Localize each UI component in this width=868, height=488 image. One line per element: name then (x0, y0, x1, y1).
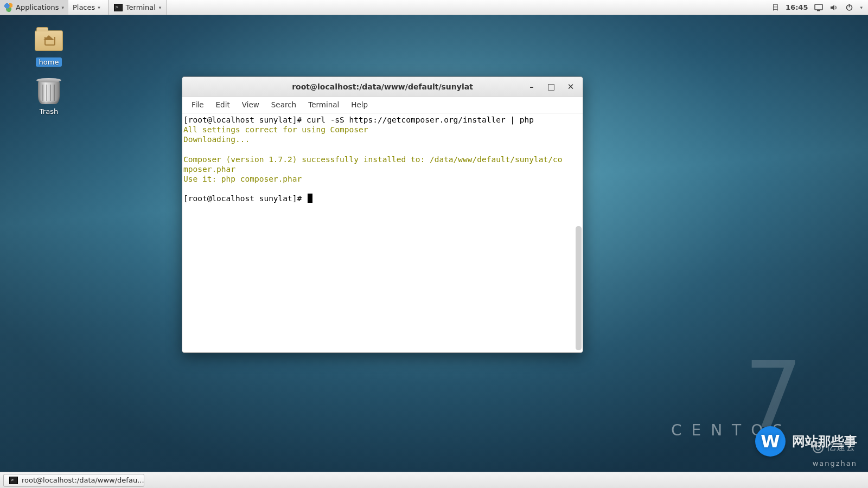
watermark-subtext: wangzhan (813, 459, 857, 467)
clock-day[interactable]: 日 (772, 3, 779, 12)
terminal-window: root@localhost:/data/www/default/sunylat… (182, 76, 583, 353)
menu-terminal[interactable]: Terminal (303, 98, 344, 111)
watermark-badge-icon: W (755, 426, 786, 457)
terminal-menubar: File Edit View Search Terminal Help (182, 97, 583, 113)
window-titlebar[interactable]: root@localhost:/data/www/default/sunylat… (182, 77, 583, 97)
taskbar-entry-label: root@localhost:/data/www/defau... (22, 476, 144, 484)
svg-rect-1 (817, 10, 820, 11)
yiyun-logo-icon (813, 442, 824, 453)
chevron-down-icon: ▾ (860, 5, 863, 10)
yiyun-watermark: 亿速云 (813, 442, 856, 453)
terminal-scrollbar[interactable] (576, 226, 582, 350)
bottom-taskbar: root@localhost:/data/www/defau... (0, 472, 868, 488)
terminal-output[interactable]: [root@localhost sunylat]# curl -sS https… (182, 113, 583, 352)
trash-icon (30, 80, 68, 105)
menu-help[interactable]: Help (346, 98, 373, 111)
close-button[interactable]: ✕ (565, 82, 576, 92)
term-prompt: [root@localhost sunylat]# (183, 115, 307, 124)
desktop-icon-label: Trash (40, 107, 58, 115)
svg-rect-3 (849, 4, 850, 8)
top-menu-bar: Applications ▾ Places ▾ Terminal ▾ 日 16:… (0, 0, 868, 15)
desktop-icon-label: home (36, 57, 62, 67)
terminal-icon (9, 477, 18, 484)
term-cmd: curl -sS https://getcomposer.org/install… (307, 115, 534, 124)
chevron-down-icon: ▾ (98, 5, 100, 10)
maximize-button[interactable]: □ (546, 82, 557, 92)
volume-icon[interactable] (829, 3, 838, 12)
svg-rect-0 (815, 4, 822, 10)
menu-view[interactable]: View (237, 98, 264, 111)
system-tray: 日 16:45 ▾ (767, 0, 868, 15)
yiyun-text: 亿速云 (827, 442, 856, 453)
term-prompt: [root@localhost sunylat]# (183, 194, 307, 203)
term-line: All settings correct for using Composer (183, 125, 368, 134)
desktop-icon-home[interactable]: home (24, 28, 73, 67)
desktop: Applications ▾ Places ▾ Terminal ▾ 日 16:… (0, 0, 868, 488)
term-line: mposer.phar (183, 165, 235, 174)
term-line: Composer (version 1.7.2) successfully in… (183, 155, 562, 164)
applications-menu-label: Applications (16, 3, 59, 11)
places-menu-label: Places (73, 3, 95, 11)
minimize-button[interactable]: – (526, 82, 537, 92)
desktop-icon-trash[interactable]: Trash (24, 80, 73, 115)
terminal-cursor (308, 194, 312, 203)
chevron-down-icon: ▾ (61, 5, 64, 10)
topbar-running-app[interactable]: Terminal ▾ (108, 0, 167, 15)
clock-time[interactable]: 16:45 (786, 3, 808, 11)
menu-search[interactable]: Search (266, 98, 301, 111)
screen-icon[interactable] (814, 3, 823, 12)
chevron-down-icon: ▾ (159, 5, 162, 10)
menu-edit[interactable]: Edit (211, 98, 235, 111)
taskbar-entry-terminal[interactable]: root@localhost:/data/www/defau... (3, 474, 144, 487)
menu-file[interactable]: File (187, 98, 209, 111)
home-folder-icon (30, 30, 68, 55)
places-menu[interactable]: Places ▾ (68, 0, 105, 15)
term-line: Downloading... (183, 135, 250, 144)
window-title: root@localhost:/data/www/default/sunylat (292, 82, 473, 91)
term-line: Use it: php composer.phar (183, 175, 302, 183)
terminal-icon (114, 4, 123, 11)
applications-menu[interactable]: Applications ▾ (0, 0, 68, 15)
topbar-running-app-label: Terminal (126, 3, 156, 11)
power-icon[interactable] (845, 3, 853, 12)
gnome-foot-icon (4, 3, 13, 12)
